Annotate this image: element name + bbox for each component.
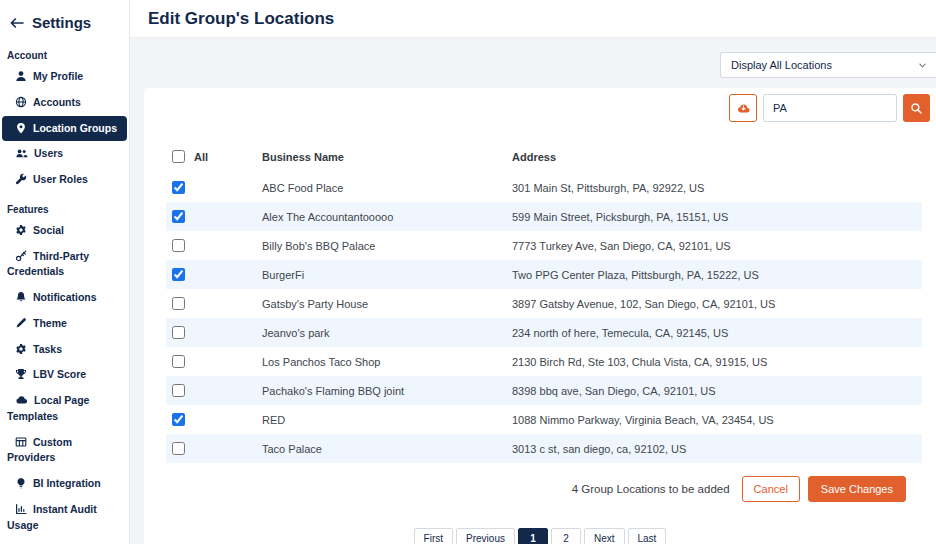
page-button-1[interactable]: 1 bbox=[518, 528, 548, 544]
table-header-row: All Business Name Address bbox=[166, 140, 922, 173]
sidebar-item-bi-integration[interactable]: BI Integration bbox=[2, 471, 127, 497]
sidebar-item-lbv-score[interactable]: LBV Score bbox=[2, 362, 127, 388]
brush-icon bbox=[15, 317, 27, 329]
sidebar-section-account: Account bbox=[0, 39, 129, 64]
address-cell: 8398 bbq ave, San Diego, CA, 92101, US bbox=[512, 385, 922, 397]
save-changes-button[interactable]: Save Changes bbox=[808, 476, 906, 502]
selection-status-text: 4 Group Locations to be added bbox=[572, 483, 730, 495]
search-input[interactable] bbox=[763, 94, 897, 122]
sidebar-item-tasks[interactable]: Tasks bbox=[2, 337, 127, 363]
sidebar-header: Settings bbox=[0, 8, 129, 39]
dropdown-selected-value: Display All Locations bbox=[731, 59, 832, 71]
sidebar-item-local-page-templates[interactable]: Local Page Templates bbox=[2, 388, 127, 430]
page-button-previous[interactable]: Previous bbox=[456, 528, 515, 544]
row-checkbox[interactable] bbox=[172, 210, 185, 223]
bell-icon bbox=[15, 291, 27, 303]
display-locations-dropdown[interactable]: Display All Locations bbox=[720, 52, 936, 78]
page-header: Edit Group's Locations bbox=[130, 0, 936, 38]
column-header-business-name: Business Name bbox=[262, 151, 512, 163]
table-row: ABC Food Place301 Main St, Pittsburgh, P… bbox=[166, 173, 922, 202]
row-checkbox[interactable] bbox=[172, 326, 185, 339]
sidebar-item-third-party-credentials[interactable]: Third-Party Credentials bbox=[2, 244, 127, 286]
row-checkbox[interactable] bbox=[172, 181, 185, 194]
page-title: Edit Group's Locations bbox=[148, 9, 334, 29]
address-cell: 301 Main St, Pittsburgh, PA, 92922, US bbox=[512, 182, 922, 194]
sidebar-item-label: Notifications bbox=[33, 291, 97, 303]
sidebar-item-label: Location Groups bbox=[33, 122, 117, 134]
table-row: Los Panchos Taco Shop2130 Birch Rd, Ste … bbox=[166, 347, 922, 376]
sidebar-item-label: User Roles bbox=[33, 173, 88, 185]
sidebar-item-label: Accounts bbox=[33, 96, 81, 108]
row-checkbox[interactable] bbox=[172, 268, 185, 281]
table-row: Taco Palace3013 c st, san diego, ca, 921… bbox=[166, 434, 922, 463]
table-icon bbox=[15, 436, 27, 448]
sidebar-item-location-groups[interactable]: Location Groups bbox=[2, 116, 127, 142]
sidebar-item-instant-audit-usage[interactable]: Instant Audit Usage bbox=[2, 497, 127, 539]
business-name-cell: Alex The Accountantooooo bbox=[262, 211, 512, 223]
sidebar-item-label: Users bbox=[34, 147, 63, 159]
business-name-cell: ABC Food Place bbox=[262, 182, 512, 194]
sidebar-item-user-roles[interactable]: User Roles bbox=[2, 167, 127, 193]
table-row: Pachako's Flaming BBQ joint8398 bbq ave,… bbox=[166, 376, 922, 405]
row-checkbox[interactable] bbox=[172, 239, 185, 252]
business-name-cell: BurgerFi bbox=[262, 269, 512, 281]
chevron-down-icon bbox=[918, 61, 927, 70]
address-cell: 234 north of here, Temecula, CA, 92145, … bbox=[512, 327, 922, 339]
sidebar-item-my-profile[interactable]: My Profile bbox=[2, 64, 127, 90]
sidebar-item-theme[interactable]: Theme bbox=[2, 311, 127, 337]
sidebar-item-users[interactable]: Users bbox=[2, 141, 127, 167]
address-cell: 3897 Gatsby Avenue, 102, San Diego, CA, … bbox=[512, 298, 922, 310]
sidebar-section-internal-tools: Internal Tools bbox=[0, 538, 129, 544]
sidebar-item-social[interactable]: Social bbox=[2, 218, 127, 244]
locations-card: All Business Name Address ABC Food Place… bbox=[144, 88, 936, 544]
page-button-first[interactable]: First bbox=[414, 528, 453, 544]
row-checkbox[interactable] bbox=[172, 384, 185, 397]
row-checkbox[interactable] bbox=[172, 355, 185, 368]
row-checkbox[interactable] bbox=[172, 442, 185, 455]
actions-footer: 4 Group Locations to be added Cancel Sav… bbox=[144, 476, 906, 502]
business-name-cell: Taco Palace bbox=[262, 443, 512, 455]
row-checkbox[interactable] bbox=[172, 297, 185, 310]
back-arrow-icon[interactable] bbox=[10, 17, 24, 29]
row-checkbox[interactable] bbox=[172, 413, 185, 426]
address-cell: Two PPG Center Plaza, Pittsburgh, PA, 15… bbox=[512, 269, 922, 281]
address-cell: 1088 Nimmo Parkway, Virginia Beach, VA, … bbox=[512, 414, 922, 426]
business-name-cell: Pachako's Flaming BBQ joint bbox=[262, 385, 512, 397]
table-row: Gatsby's Party House3897 Gatsby Avenue, … bbox=[166, 289, 922, 318]
sidebar-section-features: Features bbox=[0, 193, 129, 218]
cloud-download-icon bbox=[736, 102, 751, 115]
cancel-button[interactable]: Cancel bbox=[742, 476, 800, 502]
sidebar-item-notifications[interactable]: Notifications bbox=[2, 285, 127, 311]
page-button-last[interactable]: Last bbox=[628, 528, 667, 544]
sidebar-item-accounts[interactable]: Accounts bbox=[2, 90, 127, 116]
globe-icon bbox=[15, 96, 27, 108]
page-button-next[interactable]: Next bbox=[584, 528, 625, 544]
select-all-checkbox[interactable] bbox=[172, 150, 185, 163]
table-row: Billy Bob's BBQ Palace7773 Turkey Ave, S… bbox=[166, 231, 922, 260]
wrench-icon bbox=[15, 173, 27, 185]
page-button-2[interactable]: 2 bbox=[551, 528, 581, 544]
bulb-icon bbox=[15, 477, 27, 489]
person-icon bbox=[15, 70, 27, 82]
business-name-cell: Gatsby's Party House bbox=[262, 298, 512, 310]
search-icon bbox=[910, 102, 923, 115]
cloud-icon bbox=[15, 394, 28, 406]
address-cell: 3013 c st, san diego, ca, 92102, US bbox=[512, 443, 922, 455]
users-icon bbox=[15, 147, 28, 159]
export-download-button[interactable] bbox=[729, 94, 757, 122]
main-content: Edit Group's Locations Display All Locat… bbox=[130, 0, 936, 544]
search-toolbar bbox=[144, 88, 936, 122]
location-pin-icon bbox=[15, 122, 27, 134]
sidebar-item-custom-providers[interactable]: Custom Providers bbox=[2, 430, 127, 472]
sidebar-item-label: BI Integration bbox=[33, 477, 101, 489]
sidebar-item-label: My Profile bbox=[33, 70, 83, 82]
table-body: ABC Food Place301 Main St, Pittsburgh, P… bbox=[166, 173, 922, 463]
search-button[interactable] bbox=[903, 94, 930, 122]
address-cell: 7773 Turkey Ave, San Diego, CA, 92101, U… bbox=[512, 240, 922, 252]
sidebar-item-label: Social bbox=[33, 224, 64, 236]
gear-icon bbox=[15, 343, 27, 355]
sidebar-item-label: LBV Score bbox=[33, 368, 86, 380]
table-row: Alex The Accountantooooo599 Main Street,… bbox=[166, 202, 922, 231]
table-row: RED1088 Nimmo Parkway, Virginia Beach, V… bbox=[166, 405, 922, 434]
table-row: BurgerFiTwo PPG Center Plaza, Pittsburgh… bbox=[166, 260, 922, 289]
